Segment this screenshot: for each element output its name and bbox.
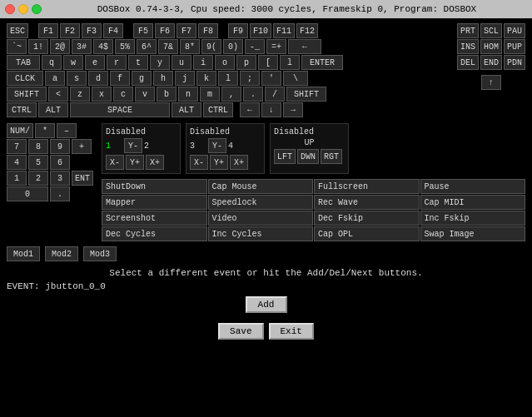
key-f5[interactable]: F5 bbox=[133, 23, 153, 38]
key-prt[interactable]: PRT bbox=[457, 23, 479, 38]
event-inccycles[interactable]: Inc Cycles bbox=[208, 226, 314, 241]
key-arrow-left[interactable]: ← bbox=[240, 102, 260, 117]
event-video[interactable]: Video bbox=[208, 211, 314, 226]
key-f11[interactable]: F11 bbox=[273, 23, 295, 38]
event-mapper[interactable]: Mapper bbox=[102, 195, 206, 210]
key-ralt[interactable]: ALT bbox=[172, 102, 201, 117]
key-numslash[interactable]: NUM/ bbox=[7, 123, 33, 138]
key-b[interactable]: b bbox=[157, 87, 177, 102]
key-q[interactable]: q bbox=[42, 55, 62, 70]
key-lt[interactable]: < bbox=[48, 87, 68, 102]
btn-y-plus-2[interactable]: Y+ bbox=[210, 155, 228, 170]
key-num8[interactable]: 8 bbox=[28, 139, 48, 154]
key-l[interactable]: l bbox=[218, 71, 238, 86]
key-a[interactable]: a bbox=[45, 71, 65, 86]
event-swapimage[interactable]: Swap Image bbox=[420, 226, 526, 241]
key-f10[interactable]: F10 bbox=[250, 23, 271, 38]
close-button[interactable] bbox=[5, 4, 15, 14]
key-esc[interactable]: ESC bbox=[7, 23, 28, 38]
key-p[interactable]: p bbox=[236, 55, 256, 70]
key-lalt[interactable]: ALT bbox=[38, 102, 68, 117]
key-numplus[interactable]: + bbox=[72, 139, 92, 154]
key-num9[interactable]: 9 bbox=[50, 139, 70, 154]
btn-y-minus-1[interactable]: Y- bbox=[124, 138, 142, 153]
maximize-button[interactable] bbox=[32, 4, 42, 14]
key-mod3[interactable]: Mod3 bbox=[83, 246, 117, 261]
event-shutdown[interactable]: ShutDown bbox=[102, 179, 206, 194]
key-up[interactable]: ↑ bbox=[481, 75, 501, 90]
key-rbracket[interactable]: l bbox=[280, 55, 300, 70]
btn-dwn[interactable]: DWN bbox=[297, 149, 319, 164]
key-slash[interactable]: / bbox=[265, 87, 285, 102]
key-k[interactable]: k bbox=[196, 71, 216, 86]
key-4[interactable]: 4$ bbox=[93, 39, 113, 54]
key-x[interactable]: x bbox=[92, 87, 112, 102]
key-6[interactable]: 6^ bbox=[137, 39, 157, 54]
key-r[interactable]: r bbox=[107, 55, 127, 70]
key-period[interactable]: . bbox=[243, 87, 263, 102]
key-h[interactable]: h bbox=[153, 71, 173, 86]
event-incfskip[interactable]: Inc Fskip bbox=[420, 211, 526, 226]
key-arrow-right[interactable]: → bbox=[283, 102, 303, 117]
event-capopl[interactable]: Cap OPL bbox=[314, 226, 420, 241]
btn-y-plus-1[interactable]: Y+ bbox=[126, 155, 144, 170]
key-rshift[interactable]: SHIFT bbox=[286, 87, 326, 102]
event-pause[interactable]: Pause bbox=[420, 179, 526, 194]
key-capslock[interactable]: CLCK bbox=[7, 71, 43, 86]
key-quote[interactable]: ' bbox=[261, 71, 281, 86]
key-z[interactable]: z bbox=[70, 87, 90, 102]
key-f4[interactable]: F4 bbox=[103, 23, 123, 38]
key-f9[interactable]: F9 bbox=[228, 23, 248, 38]
key-backslash[interactable]: \ bbox=[283, 71, 308, 86]
key-rctrl[interactable]: CTRL bbox=[203, 102, 233, 117]
key-semicolon[interactable]: ; bbox=[240, 71, 260, 86]
key-numenter[interactable]: ENT bbox=[72, 171, 93, 186]
key-w[interactable]: w bbox=[63, 55, 83, 70]
key-o[interactable]: o bbox=[215, 55, 235, 70]
key-lbracket[interactable]: [ bbox=[258, 55, 278, 70]
key-3[interactable]: 3# bbox=[72, 39, 92, 54]
key-m[interactable]: m bbox=[200, 87, 220, 102]
key-arrow-down[interactable]: ↓ bbox=[261, 102, 281, 117]
key-2[interactable]: 2@ bbox=[50, 39, 70, 54]
key-f[interactable]: f bbox=[110, 71, 130, 86]
event-fullscreen[interactable]: Fullscreen bbox=[314, 179, 420, 194]
key-space[interactable]: SPACE bbox=[70, 102, 170, 117]
key-pup[interactable]: PUP bbox=[504, 39, 525, 54]
key-num2[interactable]: 2 bbox=[28, 171, 48, 186]
save-button[interactable]: Save bbox=[218, 323, 263, 340]
key-f2[interactable]: F2 bbox=[60, 23, 80, 38]
key-minus[interactable]: -_ bbox=[245, 39, 265, 54]
event-capmidi[interactable]: Cap MIDI bbox=[420, 195, 526, 210]
key-v[interactable]: v bbox=[135, 87, 155, 102]
event-speedlock[interactable]: Speedlock bbox=[208, 195, 314, 210]
key-mod1[interactable]: Mod1 bbox=[7, 246, 40, 261]
key-tab[interactable]: TAB bbox=[7, 55, 40, 70]
key-lshift[interactable]: SHIFT bbox=[7, 87, 47, 102]
key-comma[interactable]: , bbox=[221, 87, 241, 102]
key-t[interactable]: t bbox=[128, 55, 148, 70]
key-0[interactable]: 0) bbox=[223, 39, 243, 54]
key-e[interactable]: e bbox=[85, 55, 105, 70]
minimize-button[interactable] bbox=[18, 4, 28, 14]
key-numminus[interactable]: – bbox=[57, 123, 77, 138]
key-f6[interactable]: F6 bbox=[155, 23, 175, 38]
event-decfskip[interactable]: Dec Fskip bbox=[314, 211, 420, 226]
key-scl[interactable]: SCL bbox=[480, 23, 502, 38]
key-num7[interactable]: 7 bbox=[7, 139, 27, 154]
key-numdot[interactable]: . bbox=[50, 186, 70, 201]
event-screenshot[interactable]: Screenshot bbox=[102, 211, 206, 226]
key-f8[interactable]: F8 bbox=[198, 23, 218, 38]
key-y[interactable]: y bbox=[150, 55, 170, 70]
event-capmouse[interactable]: Cap Mouse bbox=[208, 179, 314, 194]
key-numstar[interactable]: * bbox=[35, 123, 55, 138]
key-lctrl[interactable]: CTRL bbox=[7, 102, 37, 117]
key-num1[interactable]: 1 bbox=[7, 171, 27, 186]
key-mod2[interactable]: Mod2 bbox=[45, 246, 78, 261]
key-num4[interactable]: 4 bbox=[7, 155, 27, 170]
key-num6[interactable]: 6 bbox=[50, 155, 70, 170]
add-button[interactable]: Add bbox=[246, 296, 287, 313]
key-8[interactable]: 8* bbox=[180, 39, 200, 54]
key-5[interactable]: 5% bbox=[115, 39, 135, 54]
key-f7[interactable]: F7 bbox=[177, 23, 196, 38]
